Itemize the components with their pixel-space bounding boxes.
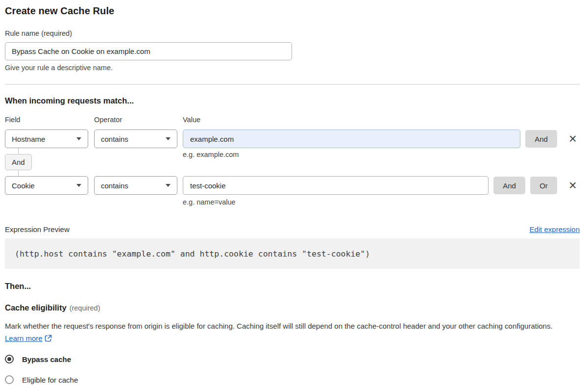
description-text: Mark whether the request's response from… [5, 322, 553, 330]
radio-option-bypass-cache[interactable]: Bypass cache [5, 354, 580, 364]
page-title: Create new Cache Rule [5, 0, 580, 17]
field-select-value: Hostname [12, 135, 45, 143]
required-note: (required) [70, 304, 100, 312]
operator-select[interactable]: contains [94, 176, 177, 195]
create-cache-rule-page: Create new Cache Rule Rule name (require… [0, 0, 588, 389]
close-icon: × [569, 131, 577, 146]
chevron-down-icon [76, 184, 81, 187]
operator-select[interactable]: contains [94, 130, 177, 148]
close-icon: × [569, 178, 577, 193]
field-select[interactable]: Hostname [5, 130, 88, 148]
rule-name-helper: Give your rule a descriptive name. [5, 64, 580, 72]
operator-select-value: contains [101, 182, 128, 190]
remove-condition-button[interactable]: × [566, 176, 580, 195]
expression-preview-header: Expression Preview Edit expression [5, 225, 580, 233]
connector-line [18, 148, 19, 154]
radio-label: Bypass cache [22, 355, 71, 363]
field-column-label: Field [5, 116, 94, 124]
expression-code-block: (http.host contains "example.com" and ht… [5, 238, 580, 269]
connector-line [18, 170, 19, 176]
chevron-down-icon [166, 184, 171, 187]
edit-expression-link[interactable]: Edit expression [529, 225, 580, 233]
operator-column-label: Operator [94, 116, 183, 124]
cache-eligibility-heading: Cache eligibility(required) [5, 303, 580, 313]
condition-connector-area: e.g. example.com And [5, 148, 580, 176]
learn-more-link[interactable]: Learn more [5, 334, 43, 342]
chevron-down-icon [76, 137, 81, 140]
field-select[interactable]: Cookie [5, 176, 88, 195]
rule-name-input[interactable] [5, 42, 292, 60]
expression-preview-label: Expression Preview [5, 225, 70, 233]
chevron-down-icon [166, 137, 171, 140]
operator-select-value: contains [101, 135, 128, 143]
value-column-label: Value [183, 116, 200, 124]
external-link-icon [45, 334, 52, 346]
cache-eligibility-description: Mark whether the request's response from… [5, 320, 573, 345]
remove-condition-button[interactable]: × [566, 130, 580, 148]
then-heading: Then... [5, 281, 580, 291]
expression-code: (http.host contains "example.com" and ht… [15, 249, 370, 259]
add-and-condition-button[interactable]: And [525, 130, 557, 148]
condition-column-headers: Field Operator Value [5, 116, 580, 124]
condition-row: Cookie contains And Or × [5, 176, 580, 195]
radio-dot [7, 357, 11, 361]
value-hint: e.g. example.com [183, 151, 239, 158]
value-hint: e.g. name=value [183, 198, 580, 207]
rule-name-label: Rule name (required) [5, 29, 580, 38]
connector-and-badge[interactable]: And [5, 154, 32, 170]
value-input[interactable] [183, 176, 489, 195]
radio-label: Eligible for cache [22, 376, 78, 384]
radio-unselected-icon [5, 375, 14, 384]
cache-eligibility-title: Cache eligibility [5, 303, 67, 312]
condition-row: Hostname contains And × [5, 130, 580, 148]
section-divider [5, 84, 580, 85]
match-section-heading: When incoming requests match... [5, 96, 580, 105]
radio-option-eligible-for-cache[interactable]: Eligible for cache [5, 375, 580, 385]
add-and-condition-button[interactable]: And [493, 177, 525, 194]
field-select-value: Cookie [12, 182, 35, 190]
add-or-condition-button[interactable]: Or [530, 177, 557, 194]
radio-selected-icon [5, 355, 14, 363]
value-input[interactable] [183, 130, 520, 148]
